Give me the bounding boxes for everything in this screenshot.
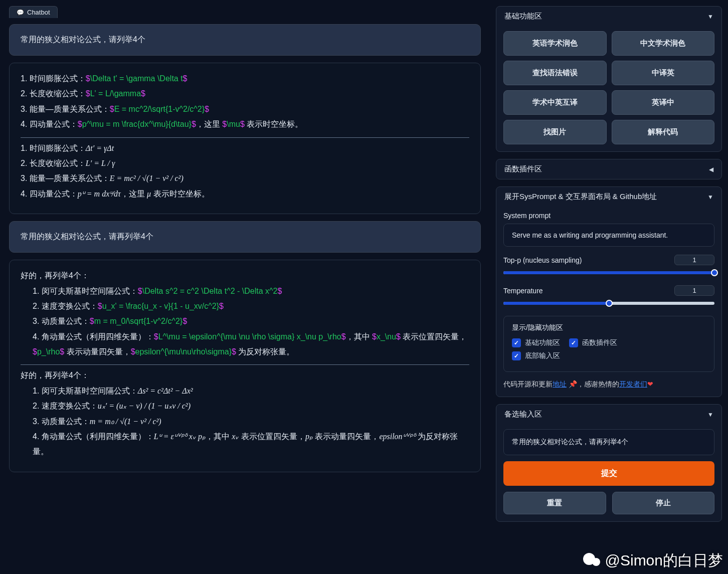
fn-btn-explain-code[interactable]: 解释代码 <box>612 120 715 144</box>
list-item: 4. 角动量公式（利用四维矢量）：Lᵘ = εᵘⱽᵖᵟ xᵥ pₚ，其中 xᵥ … <box>21 429 469 460</box>
user-message-text: 常用的狭义相对论公式，请再列举4个 <box>21 232 153 241</box>
slider-thumb[interactable] <box>606 300 613 307</box>
fn-btn-zh-polish[interactable]: 中文学术润色 <box>612 31 715 56</box>
slider-thumb[interactable] <box>711 269 718 276</box>
bot-intro: 好的，再列举4个： <box>21 368 469 383</box>
credits-text: 代码开源和更新地址 📌，感谢热情的开发者们❤ <box>503 379 714 390</box>
panel-alt-input: 备选输入区 ▼ 常用的狭义相对论公式，请再列举4个 提交 重置 停止 <box>496 404 722 522</box>
pin-icon: 📌 <box>569 380 577 388</box>
list-item: 4. 角动量公式（利用四维矢量）：$L^\mu = \epsilon^{\mu … <box>21 329 469 360</box>
divider <box>21 137 469 138</box>
panel-head-expand[interactable]: 展开SysPrompt & 交互界面布局 & Github地址 ▼ <box>496 187 721 207</box>
list-item: 3. 能量—质量关系公式：$E = mc^2/\sqrt{1-v^2/c^2}$ <box>21 102 469 117</box>
devs-link[interactable]: 开发者们 <box>619 380 647 388</box>
panel-head-plugins[interactable]: 函数插件区 ◀ <box>496 159 721 179</box>
basic-button-grid: 英语学术润色 中文学术润色 查找语法错误 中译英 学术中英互译 英译中 找图片 … <box>503 31 714 144</box>
user-message: 常用的狭义相对论公式，请再列举4个 <box>9 221 481 253</box>
alt-input-textarea[interactable]: 常用的狭义相对论公式，请再列举4个 <box>503 429 714 455</box>
list-item: 2. 长度收缩公式：L′ = L / γ <box>21 156 469 171</box>
chevron-down-icon: ▼ <box>707 194 713 201</box>
user-message: 常用的狭义相对论公式，请列举4个 <box>9 24 481 56</box>
fn-btn-find-image[interactable]: 找图片 <box>503 120 607 144</box>
panel-basic-functions: 基础功能区 ▼ 英语学术润色 中文学术润色 查找语法错误 中译英 学术中英互译 … <box>496 6 722 152</box>
list-item: 2. 长度收缩公式：$L' = L/\gamma$ <box>21 86 469 101</box>
checkbox-item-bottom-input[interactable]: ✓ 底部输入区 <box>512 351 560 360</box>
bot-rendered-section: 1. 闵可夫斯基时空间隔公式：Δs² = c²Δt² − Δx² 2. 速度变换… <box>21 384 469 463</box>
checkbox-item-plugins[interactable]: ✓ 函数插件区 <box>569 338 617 347</box>
chat-scroll[interactable]: 常用的狭义相对论公式，请列举4个 1. 时间膨胀公式：$\Delta t' = … <box>9 24 481 472</box>
system-prompt-input[interactable]: Serve me as a writing and programming as… <box>503 224 714 247</box>
reset-button[interactable]: 重置 <box>503 492 606 514</box>
stop-button[interactable]: 停止 <box>612 492 715 514</box>
tab-label: Chatbot <box>27 9 50 16</box>
fn-btn-zh-to-en[interactable]: 中译英 <box>612 61 715 85</box>
list-item: 3. 动质量公式：$m = m_0/\sqrt{1-v^2/c^2}$ <box>21 314 469 329</box>
panel-title: 函数插件区 <box>504 164 542 174</box>
list-item: 1. 闵可夫斯基时空间隔公式：$\Delta s^2 = c^2 \Delta … <box>21 284 469 299</box>
panel-head-alt-input[interactable]: 备选输入区 ▼ <box>496 405 721 424</box>
list-item: 1. 时间膨胀公式：$\Delta t' = \gamma \Delta t$ <box>21 71 469 86</box>
checkbox-label: 基础功能区 <box>525 338 560 347</box>
fn-btn-en-to-zh[interactable]: 英译中 <box>612 90 715 115</box>
chat-icon: 💬 <box>17 9 24 16</box>
chevron-left-icon: ◀ <box>709 166 713 173</box>
bot-message: 1. 时间膨胀公式：$\Delta t' = \gamma \Delta t$ … <box>9 63 481 214</box>
submit-button[interactable]: 提交 <box>503 461 714 486</box>
user-message-text: 常用的狭义相对论公式，请列举4个 <box>21 35 145 44</box>
bot-rendered-section: 1. 时间膨胀公式：Δt′ = γΔt 2. 长度收缩公式：L′ = L / γ… <box>21 141 469 205</box>
list-item: 2. 速度变换公式：uₓ′ = (uₓ − v) / (1 − uₓv / c²… <box>21 399 469 414</box>
fn-btn-grammar[interactable]: 查找语法错误 <box>503 61 607 85</box>
panel-title: 备选输入区 <box>504 410 542 419</box>
list-item: 3. 能量—质量关系公式：E = mc² / √(1 − v² / c²) <box>21 171 469 186</box>
panel-expand-settings: 展开SysPrompt & 交互界面布局 & Github地址 ▼ System… <box>496 186 722 397</box>
slider-track-temp[interactable] <box>503 300 714 307</box>
slider-track-topp[interactable] <box>503 269 714 276</box>
panel-title: 展开SysPrompt & 交互界面布局 & Github地址 <box>504 192 657 202</box>
chevron-down-icon: ▼ <box>707 411 713 418</box>
slider-temperature: Temperature 1 <box>503 285 714 307</box>
show-hide-title: 显示/隐藏功能区 <box>512 323 706 332</box>
checkbox-icon: ✓ <box>569 338 578 347</box>
show-hide-section: 显示/隐藏功能区 ✓ 基础功能区 ✓ 函数插件区 ✓ 底部输入区 <box>503 316 714 372</box>
sidebar-column: 基础功能区 ▼ 英语学术润色 中文学术润色 查找语法错误 中译英 学术中英互译 … <box>490 0 728 574</box>
divider <box>21 364 469 365</box>
bot-raw-section: 1. 时间膨胀公式：$\Delta t' = \gamma \Delta t$ … <box>21 71 469 135</box>
fn-btn-academic-translate[interactable]: 学术中英互译 <box>503 90 607 115</box>
checkbox-item-basic[interactable]: ✓ 基础功能区 <box>512 338 560 347</box>
slider-value-input[interactable]: 1 <box>674 255 714 265</box>
panel-title: 基础功能区 <box>504 12 542 21</box>
slider-top-p: Top-p (nucleus sampling) 1 <box>503 255 714 276</box>
panel-head-basic[interactable]: 基础功能区 ▼ <box>496 7 721 26</box>
list-item: 4. 四动量公式：pᵘ = m dxᵘ⁄dτ，这里 μ 表示时空坐标。 <box>21 186 469 202</box>
list-item: 3. 动质量公式：m = m₀ / √(1 − v² / c²) <box>21 414 469 429</box>
bot-intro: 好的，再列举4个： <box>21 268 469 283</box>
list-item: 1. 时间膨胀公式：Δt′ = γΔt <box>21 141 469 156</box>
checkbox-icon: ✓ <box>512 338 521 347</box>
chat-column: 💬 Chatbot 常用的狭义相对论公式，请列举4个 1. 时间膨胀公式：$\D… <box>0 0 490 574</box>
github-link[interactable]: 地址 <box>553 380 567 388</box>
list-item: 2. 速度变换公式：$u_x' = \frac{u_x - v}{1 - u_x… <box>21 299 469 314</box>
checkbox-label: 底部输入区 <box>525 351 560 360</box>
system-prompt-label: System prompt <box>503 212 714 220</box>
fn-btn-en-polish[interactable]: 英语学术润色 <box>503 31 607 56</box>
checkbox-icon: ✓ <box>512 351 521 360</box>
list-item: 1. 闵可夫斯基时空间隔公式：Δs² = c²Δt² − Δx² <box>21 384 469 399</box>
bot-raw-section: 1. 闵可夫斯基时空间隔公式：$\Delta s^2 = c^2 \Delta … <box>21 284 469 363</box>
slider-label: Top-p (nucleus sampling) <box>503 256 582 264</box>
checkbox-label: 函数插件区 <box>582 338 617 347</box>
slider-label: Temperature <box>503 287 543 295</box>
tab-row: 💬 Chatbot <box>9 6 481 18</box>
chevron-down-icon: ▼ <box>707 13 713 20</box>
heart-icon: ❤ <box>647 380 653 388</box>
panel-plugins: 函数插件区 ◀ <box>496 159 722 179</box>
list-item: 4. 四动量公式：$p^\mu = m \frac{dx^\mu}{d\tau}… <box>21 117 469 132</box>
tab-chatbot[interactable]: 💬 Chatbot <box>9 6 58 18</box>
bot-message: 好的，再列举4个： 1. 闵可夫斯基时空间隔公式：$\Delta s^2 = c… <box>9 260 481 472</box>
slider-value-input[interactable]: 1 <box>674 285 714 296</box>
